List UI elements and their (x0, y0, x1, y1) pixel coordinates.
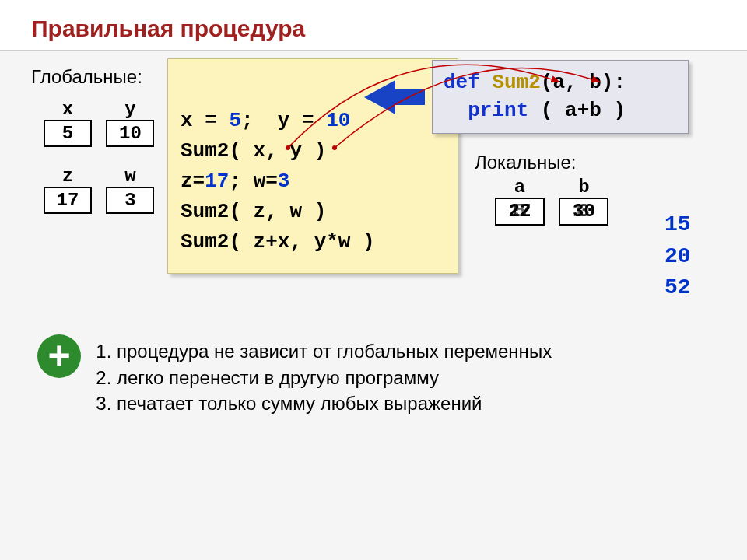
v: 30 (560, 201, 607, 222)
var-a-b: a 5 17 22 b 10 3 30 (495, 177, 612, 231)
n: 5 (229, 109, 241, 132)
var-value-w: 3 (106, 187, 154, 214)
var-z: z 17 w 3 (44, 166, 157, 214)
n: 10 (326, 109, 350, 132)
var-name-a: a (495, 177, 545, 198)
point-1: процедура не зависит от глобальных перем… (117, 338, 552, 365)
n: 17 (205, 170, 229, 193)
t: Sum2( z+x, y*w ) (181, 230, 375, 254)
t: ; w= (229, 170, 277, 193)
def-code-block: def Sum2(a, b): print ( a+b ) (432, 60, 689, 134)
var-value-y: 10 (106, 120, 154, 147)
page-title: Правильная процедура (31, 16, 716, 42)
kw-def: def (444, 71, 480, 94)
fn-params: (a, b): (541, 71, 626, 94)
out-1: 15 (665, 209, 691, 241)
t: x = (181, 109, 229, 132)
var-value-z: 17 (44, 187, 92, 214)
out-2: 20 (665, 241, 691, 273)
t: z= (181, 170, 205, 193)
content-area: Глобальные: x 5 y 10 z 17 w 3 x = 5; y =… (0, 51, 747, 66)
point-3: печатает только сумму любых выражений (117, 390, 552, 417)
fn-name: Sum2 (492, 71, 540, 94)
plus-icon: + (37, 334, 81, 378)
globals-label: Глобальные: (31, 66, 142, 88)
var-name-b: b (559, 177, 608, 198)
title-bar: Правильная процедура (0, 0, 747, 51)
output-values: 15 20 52 (665, 209, 691, 304)
var-name-z: z (44, 166, 92, 187)
var-name-y: y (106, 99, 154, 120)
t: Sum2( z, w ) (181, 200, 326, 223)
v: 22 (496, 201, 543, 222)
arrow-icon (364, 80, 395, 114)
n: 3 (278, 170, 290, 193)
t: ; y = (241, 109, 326, 132)
advantages-list: процедура не зависит от глобальных перем… (93, 338, 552, 417)
locals-label: Локальные: (475, 152, 577, 173)
kw-print: print (468, 99, 528, 122)
var-value-x: 5 (44, 120, 92, 147)
point-2: легко перенести в другую программу (117, 365, 552, 391)
var-name-w: w (106, 166, 154, 187)
var-name-x: x (44, 99, 92, 120)
t: Sum2( x, y ) (181, 139, 326, 163)
var-x: x 5 y 10 (44, 99, 157, 147)
out-3: 52 (665, 272, 691, 304)
var-value-b: 10 3 30 (559, 198, 608, 226)
var-value-a: 5 17 22 (495, 198, 545, 226)
fn-body: ( a+b ) (541, 99, 626, 122)
